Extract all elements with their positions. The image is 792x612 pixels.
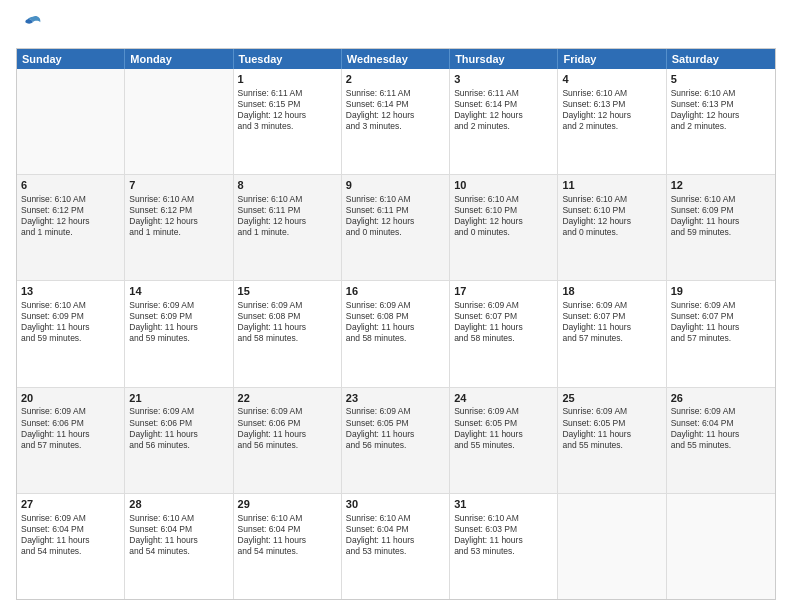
cell-content: Sunrise: 6:09 AM Sunset: 6:09 PM Dayligh… xyxy=(129,300,228,344)
day-number: 2 xyxy=(346,72,445,87)
calendar-cell xyxy=(558,494,666,599)
calendar-header-cell: Tuesday xyxy=(234,49,342,69)
day-number: 28 xyxy=(129,497,228,512)
day-number: 11 xyxy=(562,178,661,193)
calendar-cell: 24Sunrise: 6:09 AM Sunset: 6:05 PM Dayli… xyxy=(450,388,558,493)
day-number: 30 xyxy=(346,497,445,512)
cell-content: Sunrise: 6:10 AM Sunset: 6:04 PM Dayligh… xyxy=(129,513,228,557)
cell-content: Sunrise: 6:09 AM Sunset: 6:07 PM Dayligh… xyxy=(454,300,553,344)
cell-content: Sunrise: 6:09 AM Sunset: 6:08 PM Dayligh… xyxy=(346,300,445,344)
calendar-cell: 21Sunrise: 6:09 AM Sunset: 6:06 PM Dayli… xyxy=(125,388,233,493)
cell-content: Sunrise: 6:10 AM Sunset: 6:11 PM Dayligh… xyxy=(238,194,337,238)
calendar-cell xyxy=(667,494,775,599)
day-number: 16 xyxy=(346,284,445,299)
calendar-cell: 29Sunrise: 6:10 AM Sunset: 6:04 PM Dayli… xyxy=(234,494,342,599)
calendar-cell: 18Sunrise: 6:09 AM Sunset: 6:07 PM Dayli… xyxy=(558,281,666,386)
cell-content: Sunrise: 6:09 AM Sunset: 6:06 PM Dayligh… xyxy=(129,406,228,450)
calendar-cell: 30Sunrise: 6:10 AM Sunset: 6:04 PM Dayli… xyxy=(342,494,450,599)
day-number: 8 xyxy=(238,178,337,193)
day-number: 26 xyxy=(671,391,771,406)
day-number: 15 xyxy=(238,284,337,299)
calendar-row: 6Sunrise: 6:10 AM Sunset: 6:12 PM Daylig… xyxy=(17,175,775,281)
cell-content: Sunrise: 6:09 AM Sunset: 6:05 PM Dayligh… xyxy=(454,406,553,450)
calendar-cell: 23Sunrise: 6:09 AM Sunset: 6:05 PM Dayli… xyxy=(342,388,450,493)
calendar-cell: 3Sunrise: 6:11 AM Sunset: 6:14 PM Daylig… xyxy=(450,69,558,174)
cell-content: Sunrise: 6:09 AM Sunset: 6:05 PM Dayligh… xyxy=(346,406,445,450)
cell-content: Sunrise: 6:09 AM Sunset: 6:06 PM Dayligh… xyxy=(21,406,120,450)
calendar-cell: 28Sunrise: 6:10 AM Sunset: 6:04 PM Dayli… xyxy=(125,494,233,599)
calendar-cell: 13Sunrise: 6:10 AM Sunset: 6:09 PM Dayli… xyxy=(17,281,125,386)
page: SundayMondayTuesdayWednesdayThursdayFrid… xyxy=(0,0,792,612)
calendar-header-cell: Saturday xyxy=(667,49,775,69)
cell-content: Sunrise: 6:09 AM Sunset: 6:04 PM Dayligh… xyxy=(671,406,771,450)
day-number: 29 xyxy=(238,497,337,512)
logo xyxy=(16,12,48,40)
day-number: 20 xyxy=(21,391,120,406)
day-number: 1 xyxy=(238,72,337,87)
calendar: SundayMondayTuesdayWednesdayThursdayFrid… xyxy=(16,48,776,600)
calendar-header-cell: Friday xyxy=(558,49,666,69)
calendar-header-cell: Wednesday xyxy=(342,49,450,69)
calendar-cell xyxy=(125,69,233,174)
calendar-cell: 17Sunrise: 6:09 AM Sunset: 6:07 PM Dayli… xyxy=(450,281,558,386)
day-number: 17 xyxy=(454,284,553,299)
calendar-row: 27Sunrise: 6:09 AM Sunset: 6:04 PM Dayli… xyxy=(17,494,775,599)
cell-content: Sunrise: 6:11 AM Sunset: 6:15 PM Dayligh… xyxy=(238,88,337,132)
day-number: 9 xyxy=(346,178,445,193)
calendar-cell: 27Sunrise: 6:09 AM Sunset: 6:04 PM Dayli… xyxy=(17,494,125,599)
cell-content: Sunrise: 6:10 AM Sunset: 6:13 PM Dayligh… xyxy=(671,88,771,132)
calendar-cell xyxy=(17,69,125,174)
calendar-header-cell: Thursday xyxy=(450,49,558,69)
cell-content: Sunrise: 6:10 AM Sunset: 6:13 PM Dayligh… xyxy=(562,88,661,132)
cell-content: Sunrise: 6:09 AM Sunset: 6:08 PM Dayligh… xyxy=(238,300,337,344)
day-number: 25 xyxy=(562,391,661,406)
calendar-header: SundayMondayTuesdayWednesdayThursdayFrid… xyxy=(17,49,775,69)
day-number: 13 xyxy=(21,284,120,299)
day-number: 23 xyxy=(346,391,445,406)
day-number: 24 xyxy=(454,391,553,406)
day-number: 14 xyxy=(129,284,228,299)
day-number: 6 xyxy=(21,178,120,193)
calendar-row: 20Sunrise: 6:09 AM Sunset: 6:06 PM Dayli… xyxy=(17,388,775,494)
calendar-cell: 5Sunrise: 6:10 AM Sunset: 6:13 PM Daylig… xyxy=(667,69,775,174)
day-number: 5 xyxy=(671,72,771,87)
cell-content: Sunrise: 6:10 AM Sunset: 6:03 PM Dayligh… xyxy=(454,513,553,557)
cell-content: Sunrise: 6:09 AM Sunset: 6:05 PM Dayligh… xyxy=(562,406,661,450)
calendar-row: 1Sunrise: 6:11 AM Sunset: 6:15 PM Daylig… xyxy=(17,69,775,175)
calendar-cell: 26Sunrise: 6:09 AM Sunset: 6:04 PM Dayli… xyxy=(667,388,775,493)
calendar-cell: 22Sunrise: 6:09 AM Sunset: 6:06 PM Dayli… xyxy=(234,388,342,493)
calendar-cell: 25Sunrise: 6:09 AM Sunset: 6:05 PM Dayli… xyxy=(558,388,666,493)
calendar-cell: 9Sunrise: 6:10 AM Sunset: 6:11 PM Daylig… xyxy=(342,175,450,280)
calendar-cell: 19Sunrise: 6:09 AM Sunset: 6:07 PM Dayli… xyxy=(667,281,775,386)
day-number: 7 xyxy=(129,178,228,193)
day-number: 22 xyxy=(238,391,337,406)
calendar-cell: 20Sunrise: 6:09 AM Sunset: 6:06 PM Dayli… xyxy=(17,388,125,493)
cell-content: Sunrise: 6:10 AM Sunset: 6:09 PM Dayligh… xyxy=(21,300,120,344)
cell-content: Sunrise: 6:11 AM Sunset: 6:14 PM Dayligh… xyxy=(454,88,553,132)
calendar-cell: 31Sunrise: 6:10 AM Sunset: 6:03 PM Dayli… xyxy=(450,494,558,599)
calendar-cell: 2Sunrise: 6:11 AM Sunset: 6:14 PM Daylig… xyxy=(342,69,450,174)
cell-content: Sunrise: 6:10 AM Sunset: 6:12 PM Dayligh… xyxy=(129,194,228,238)
cell-content: Sunrise: 6:10 AM Sunset: 6:04 PM Dayligh… xyxy=(346,513,445,557)
cell-content: Sunrise: 6:10 AM Sunset: 6:04 PM Dayligh… xyxy=(238,513,337,557)
day-number: 12 xyxy=(671,178,771,193)
calendar-header-cell: Monday xyxy=(125,49,233,69)
day-number: 4 xyxy=(562,72,661,87)
calendar-body: 1Sunrise: 6:11 AM Sunset: 6:15 PM Daylig… xyxy=(17,69,775,599)
cell-content: Sunrise: 6:09 AM Sunset: 6:06 PM Dayligh… xyxy=(238,406,337,450)
cell-content: Sunrise: 6:09 AM Sunset: 6:07 PM Dayligh… xyxy=(671,300,771,344)
cell-content: Sunrise: 6:10 AM Sunset: 6:10 PM Dayligh… xyxy=(562,194,661,238)
day-number: 10 xyxy=(454,178,553,193)
cell-content: Sunrise: 6:11 AM Sunset: 6:14 PM Dayligh… xyxy=(346,88,445,132)
day-number: 27 xyxy=(21,497,120,512)
header xyxy=(16,12,776,40)
calendar-cell: 16Sunrise: 6:09 AM Sunset: 6:08 PM Dayli… xyxy=(342,281,450,386)
calendar-cell: 4Sunrise: 6:10 AM Sunset: 6:13 PM Daylig… xyxy=(558,69,666,174)
calendar-cell: 11Sunrise: 6:10 AM Sunset: 6:10 PM Dayli… xyxy=(558,175,666,280)
day-number: 18 xyxy=(562,284,661,299)
calendar-cell: 1Sunrise: 6:11 AM Sunset: 6:15 PM Daylig… xyxy=(234,69,342,174)
cell-content: Sunrise: 6:09 AM Sunset: 6:07 PM Dayligh… xyxy=(562,300,661,344)
calendar-cell: 10Sunrise: 6:10 AM Sunset: 6:10 PM Dayli… xyxy=(450,175,558,280)
calendar-header-cell: Sunday xyxy=(17,49,125,69)
logo-icon xyxy=(16,12,44,40)
